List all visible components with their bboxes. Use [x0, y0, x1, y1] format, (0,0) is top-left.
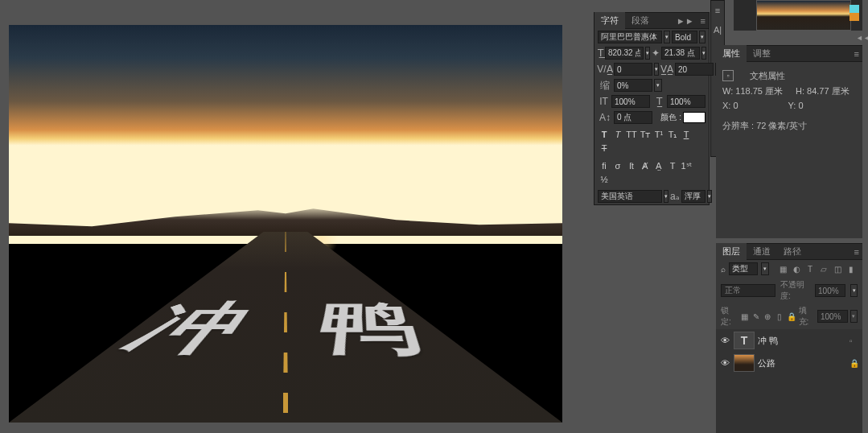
layer-thumbnail-text[interactable]: T	[734, 332, 755, 349]
resolution-label: 分辨率 :	[722, 121, 754, 130]
tracking-input[interactable]	[675, 63, 714, 76]
layer-name[interactable]: 冲 鸭	[758, 335, 846, 347]
filter-shape-icon[interactable]: ▱	[817, 262, 830, 275]
panel-menu-icon[interactable]: ≡	[697, 16, 709, 26]
fill-dropdown[interactable]: ▾	[850, 310, 858, 323]
subscript-button[interactable]: T₁	[666, 128, 679, 141]
font-size-icon: T͟	[598, 47, 603, 60]
italic-button[interactable]: T	[611, 128, 624, 141]
lock-all-icon[interactable]: 🔒	[787, 311, 796, 322]
swash-button[interactable]: A̸	[639, 159, 652, 172]
scale-dropdown[interactable]: ▾	[654, 79, 662, 92]
leading-input[interactable]	[661, 47, 700, 60]
tab-channels[interactable]: 通道	[747, 243, 777, 260]
layer-name[interactable]: 公路	[758, 357, 846, 369]
font-size-dropdown[interactable]: ▾	[645, 47, 650, 60]
character-panel-icon[interactable]: A|	[711, 23, 724, 36]
tab-character[interactable]: 字符	[594, 12, 625, 29]
layer-filter-select[interactable]	[729, 262, 758, 275]
canvas-image: 冲 鸭	[9, 25, 562, 423]
swatch-orange[interactable]	[849, 13, 859, 21]
doc-properties-label: 文档属性	[750, 70, 785, 82]
filter-toggle-icon[interactable]: ▮	[845, 262, 858, 275]
filter-smart-icon[interactable]: ◫	[831, 262, 844, 275]
antialias-dropdown[interactable]: ▾	[707, 190, 712, 203]
vscale-input[interactable]	[611, 95, 650, 108]
visibility-toggle[interactable]: 👁	[719, 335, 730, 346]
props-menu-icon[interactable]: ≡	[851, 49, 862, 59]
layer-lock-icon[interactable]: 🔒	[849, 359, 859, 368]
vscale-icon: IT	[598, 95, 610, 108]
language-select[interactable]	[598, 190, 662, 203]
stylistic-button[interactable]: A̤	[652, 159, 665, 172]
lock-brush-icon[interactable]: ✎	[751, 311, 761, 322]
collapse-icon[interactable]: ◄◄	[856, 34, 866, 43]
layer-thumbnail-image[interactable]	[734, 354, 755, 372]
filter-adjustment-icon[interactable]: ◐	[790, 262, 803, 275]
kerning-input[interactable]	[614, 63, 652, 76]
lock-position-icon[interactable]: ⊕	[763, 311, 772, 322]
tab-layers[interactable]: 图层	[716, 243, 747, 260]
canvas-area[interactable]: 冲 鸭	[9, 25, 562, 423]
visibility-toggle[interactable]: 👁	[719, 357, 730, 369]
filter-type-icon[interactable]: T	[804, 262, 817, 275]
filter-pixel-icon[interactable]: ▦	[776, 262, 789, 275]
layer-item-text[interactable]: 👁 T 冲 鸭 ▫	[716, 329, 862, 352]
leading-icon: ✦	[652, 47, 660, 60]
strikethrough-button[interactable]: T	[598, 142, 611, 155]
panel-collapse[interactable]: ►►	[673, 16, 697, 26]
swatch-cyan[interactable]	[849, 5, 859, 13]
navigator-thumbnail[interactable]	[756, 0, 851, 31]
language-dropdown[interactable]: ▾	[664, 190, 668, 203]
kerning-dropdown[interactable]: ▾	[654, 63, 659, 76]
opacity-label: 不透明度:	[780, 279, 810, 302]
tracking-icon: V̲A̲	[660, 63, 673, 76]
tab-paths[interactable]: 路径	[777, 243, 808, 260]
lock-label: 锁定:	[721, 305, 737, 328]
discretionary-button[interactable]: ſt	[625, 159, 638, 172]
smallcaps-button[interactable]: Tᴛ	[639, 128, 652, 141]
lock-pixels-icon[interactable]: ▦	[739, 311, 749, 322]
scale-input[interactable]	[614, 79, 652, 92]
layers-menu-icon[interactable]: ≡	[851, 247, 862, 257]
tab-properties[interactable]: 属性	[716, 45, 747, 62]
superscript-button[interactable]: T¹	[652, 128, 665, 141]
text-color-swatch[interactable]	[683, 112, 706, 123]
blend-mode-select[interactable]	[721, 284, 775, 297]
x-label: X:	[722, 101, 730, 110]
bold-button[interactable]: T	[598, 128, 611, 141]
antialias-select[interactable]	[681, 190, 706, 203]
opacity-input[interactable]	[815, 284, 845, 297]
contextual-button[interactable]: σ	[611, 159, 624, 172]
tab-paragraph[interactable]: 段落	[625, 12, 656, 29]
character-panel: 字符 段落 ►► ≡ ▾ ▾ T͟ ▾ ✦ ▾ V/A̲ ▾ V̲A̲ ▾ 缩 …	[594, 12, 710, 205]
leading-dropdown[interactable]: ▾	[701, 47, 706, 60]
layer-fx-icon[interactable]: ▫	[849, 336, 859, 345]
kerning-icon: V/A̲	[598, 63, 612, 76]
underline-button[interactable]: T	[680, 128, 693, 141]
fill-input[interactable]	[817, 310, 848, 323]
font-family-select[interactable]	[598, 31, 662, 43]
lock-artboard-icon[interactable]: ▯	[775, 311, 784, 322]
opacity-dropdown[interactable]: ▾	[850, 284, 858, 297]
road-text[interactable]: 冲 鸭	[97, 295, 473, 373]
font-size-input[interactable]	[605, 47, 644, 60]
font-family-dropdown[interactable]: ▾	[664, 31, 670, 43]
baseline-input[interactable]	[614, 111, 652, 124]
document-icon: ▫	[722, 70, 734, 81]
hscale-input[interactable]	[667, 95, 706, 108]
font-style-select[interactable]	[672, 31, 697, 43]
allcaps-button[interactable]: TT	[625, 128, 638, 141]
layer-list: 👁 T 冲 鸭 ▫ 👁 公路 🔒	[716, 329, 862, 433]
layer-item-background[interactable]: 👁 公路 🔒	[716, 352, 862, 374]
props-tabs: 属性 调整 ≡	[716, 46, 862, 62]
tab-adjustments[interactable]: 调整	[747, 45, 777, 62]
layer-filter-dropdown[interactable]: ▾	[761, 262, 769, 275]
font-style-dropdown[interactable]: ▾	[699, 31, 706, 43]
ordinals-button[interactable]: 1ˢᵗ	[680, 159, 693, 172]
fractions-button[interactable]: ½	[598, 173, 611, 186]
width-value: 118.75 厘米	[735, 86, 783, 96]
titling-button[interactable]: T	[666, 159, 679, 172]
ligatures-button[interactable]: fi	[598, 159, 611, 172]
paragraph-panel-icon[interactable]: ≡	[711, 4, 724, 17]
